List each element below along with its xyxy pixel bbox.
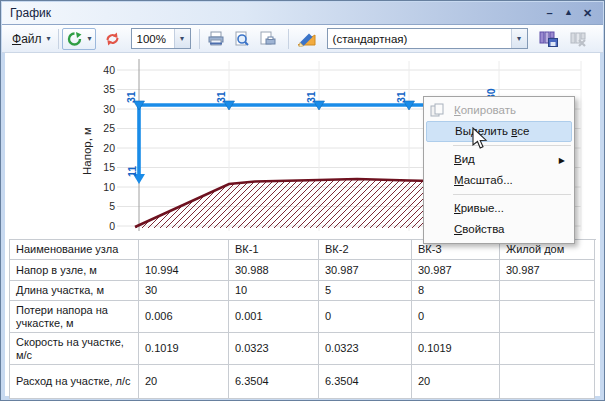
row-label: Наименование узла: [10, 240, 139, 260]
window-title: График: [10, 6, 51, 20]
svg-text:25: 25: [103, 122, 115, 134]
table-cell: 8: [412, 281, 500, 301]
svg-text:30: 30: [103, 103, 115, 115]
table-cell: 0.1019: [412, 333, 500, 365]
table-cell: 20: [139, 365, 229, 399]
submenu-arrow-icon: ▶: [559, 150, 565, 171]
chevron-down-icon: ▾: [47, 34, 51, 43]
template-combobox[interactable]: (стандартная) ▾: [327, 28, 528, 49]
menu-separator: [453, 194, 571, 195]
chevron-down-icon: ▾: [88, 34, 92, 43]
delete-template-button[interactable]: [565, 28, 592, 50]
table-cell: 0: [319, 301, 412, 333]
table-cell: 10.994: [139, 260, 229, 281]
table-cell: [500, 281, 595, 301]
svg-text:10: 10: [103, 181, 115, 193]
page-setup-button[interactable]: [254, 28, 280, 50]
table-cell: 0.001: [229, 301, 319, 333]
table-cell: 0: [412, 301, 500, 333]
zoom-combobox[interactable]: 100% ▾: [131, 28, 191, 49]
table-cell: 0.006: [139, 301, 229, 333]
menu-item-view[interactable]: Вид ▶: [424, 149, 574, 170]
close-button[interactable]: ✕: [578, 7, 597, 20]
delete-template-icon: [569, 30, 588, 47]
table-cell: 30.987: [319, 260, 412, 281]
printer-icon: [207, 31, 225, 47]
print-preview-icon: [233, 31, 250, 47]
save-template-button[interactable]: [535, 28, 562, 50]
zoom-value: 100%: [132, 33, 174, 45]
print-preview-button[interactable]: [229, 28, 254, 50]
svg-text:35: 35: [103, 83, 115, 95]
design-chart-button[interactable]: [292, 28, 321, 50]
chevron-down-icon[interactable]: ▾: [174, 29, 190, 48]
toolbar-separator: [288, 29, 289, 49]
svg-text:31: 31: [395, 91, 407, 103]
row-label: Напор в узле, м: [10, 260, 139, 281]
table-cell: 0.1019: [139, 333, 229, 365]
table-cell: 6.3504: [319, 365, 412, 399]
menu-item-copy[interactable]: Копировать: [424, 100, 574, 121]
table-cell: 5: [319, 281, 412, 301]
svg-text:0: 0: [109, 220, 115, 232]
menu-item-properties[interactable]: Свойства: [424, 219, 574, 240]
menu-item-select-all[interactable]: Выделить все: [426, 121, 572, 142]
toolbar-separator: [58, 29, 59, 49]
y-tick-labels: 40 35 30 25 20 15 10 5 0: [103, 64, 115, 232]
table-cell: 20: [412, 365, 500, 399]
row-label: Длина участка, м: [10, 281, 139, 301]
table-cell: 30: [139, 281, 229, 301]
copy-icon: [430, 103, 445, 118]
export-refresh-icon: [66, 31, 83, 47]
page-setup-icon: [258, 31, 276, 47]
mouse-cursor-icon: [469, 127, 491, 151]
table-cell: [500, 301, 595, 333]
svg-text:31: 31: [125, 91, 137, 103]
toolbar-separator: [199, 29, 200, 49]
svg-text:5: 5: [109, 200, 115, 212]
print-button[interactable]: [203, 28, 229, 50]
table-cell: 6.3504: [229, 365, 319, 399]
row-label: Расход на участке, л/с: [10, 365, 139, 399]
file-menu-button[interactable]: Файл ▾: [8, 28, 55, 50]
table-cell: 0.0323: [229, 333, 319, 365]
svg-text:20: 20: [103, 142, 115, 154]
template-value: (стандартная): [328, 33, 511, 45]
svg-text:15: 15: [103, 161, 115, 173]
table-cell: 30.987: [500, 260, 595, 281]
toolbar: Файл ▾ ▾ 100% ▾: [2, 25, 603, 53]
row-label: Потери напора на учкастке, м: [10, 301, 139, 333]
file-menu-label: Файл: [12, 32, 42, 46]
svg-text:40: 40: [103, 64, 115, 76]
table-cell: [500, 333, 595, 365]
chevron-down-icon[interactable]: ▾: [511, 29, 527, 48]
table-cell: 10: [229, 281, 319, 301]
table-cell: 0.0323: [319, 333, 412, 365]
y-axis-title: Напор, м: [81, 127, 93, 175]
svg-text:11: 11: [126, 166, 138, 177]
menu-item-scale[interactable]: Масштаб...: [424, 170, 574, 191]
row-label: Скорость на участке, м/с: [10, 333, 139, 365]
svg-text:31: 31: [215, 91, 227, 103]
context-menu: Копировать Выделить все Вид ▶ Масштаб...…: [423, 96, 575, 244]
export-dropdown-button[interactable]: ▾: [62, 28, 96, 50]
table-cell: 30.987: [412, 260, 500, 281]
svg-text:31: 31: [305, 91, 317, 103]
results-table: Наименование узла ВК-1 ВК-2 ВК-3 Жилой д…: [9, 239, 596, 399]
table-cell: ВК-1: [229, 240, 319, 260]
save-template-icon: [539, 30, 558, 47]
refresh-button[interactable]: [100, 28, 125, 50]
minimize-button[interactable]: –: [540, 7, 559, 20]
window-controls: – ▲ ✕: [540, 7, 597, 20]
menu-item-curves[interactable]: Кривые...: [424, 198, 574, 219]
table-cell: [500, 365, 595, 399]
pencil-icon: [296, 30, 317, 47]
table-cell: [139, 240, 229, 260]
rollup-button[interactable]: ▲: [559, 7, 578, 20]
titlebar: График – ▲ ✕: [2, 2, 603, 25]
table-cell: 30.988: [229, 260, 319, 281]
table-cell: ВК-2: [319, 240, 412, 260]
graph-window: График – ▲ ✕ Файл ▾ ▾: [0, 0, 605, 401]
refresh-icon: [104, 31, 121, 47]
